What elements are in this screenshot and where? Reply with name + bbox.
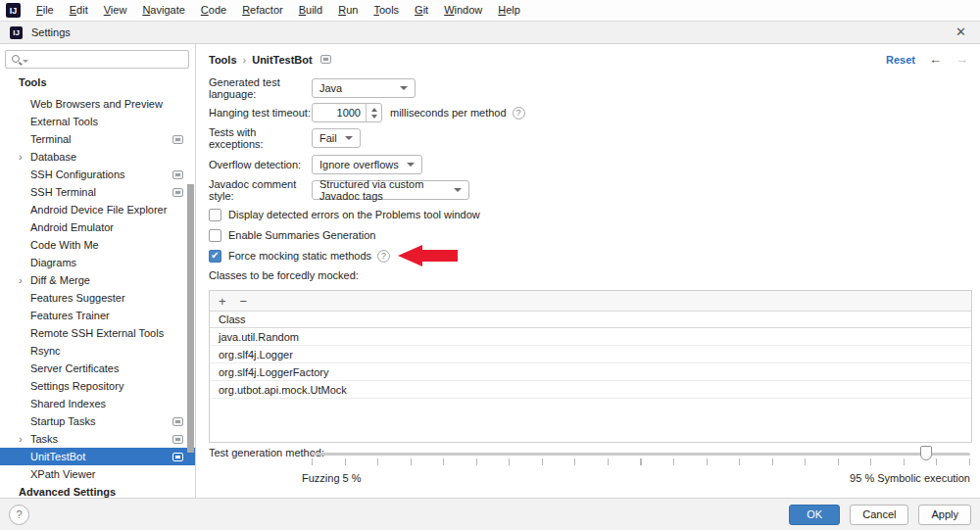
slider-track[interactable] <box>312 453 970 456</box>
project-level-icon <box>172 188 183 197</box>
sidebar-item-features-suggester[interactable]: Features Suggester <box>0 289 195 307</box>
slider-ticks <box>312 458 970 465</box>
checkbox-checked-icon[interactable]: ✔ <box>209 250 221 263</box>
search-icon <box>12 55 20 63</box>
menu-refactor[interactable]: Refactor <box>234 0 291 21</box>
chevron-down-icon <box>345 136 353 140</box>
sidebar-item-tasks[interactable]: Tasks <box>0 430 195 448</box>
test-generation-method-label: Test generation method: <box>209 444 324 461</box>
sidebar-item-server-certificates[interactable]: Server Certificates <box>0 360 195 377</box>
breadcrumb-tools[interactable]: Tools <box>209 54 237 66</box>
close-icon[interactable]: ✕ <box>956 24 966 39</box>
table-row[interactable]: org.utbot.api.mock.UtMock <box>210 381 971 399</box>
sidebar-item-remote-ssh-external-tools[interactable]: Remote SSH External Tools <box>0 324 195 342</box>
menu-git[interactable]: Git <box>407 0 436 21</box>
tests-with-exceptions-select[interactable]: Fail <box>312 128 361 148</box>
sidebar-item-web-browsers[interactable]: Web Browsers and Preview <box>0 95 195 113</box>
sidebar-item-rsync[interactable]: Rsync <box>0 342 195 360</box>
slider-left-label: Fuzzing 5 % <box>302 472 362 484</box>
overflow-detection-label: Overflow detection: <box>209 159 312 170</box>
chevron-right-icon <box>19 152 30 162</box>
tests-with-exceptions-label: Tests with exceptions: <box>209 126 312 150</box>
reset-link[interactable]: Reset <box>886 54 915 66</box>
javadoc-comment-style-select[interactable]: Structured via custom Javadoc tags <box>312 180 469 200</box>
slider-right-label: 95 % Symbolic execution <box>850 472 970 484</box>
mocked-classes-label: Classes to be forcedly mocked: <box>209 269 359 281</box>
project-level-icon <box>172 417 183 426</box>
apply-button[interactable]: Apply <box>918 505 971 525</box>
slider-thumb[interactable] <box>920 446 932 460</box>
sidebar-item-ssh-configurations[interactable]: SSH Configurations <box>0 166 195 183</box>
sidebar-item-settings-repository[interactable]: Settings Repository <box>0 377 195 395</box>
help-icon[interactable]: ? <box>513 107 525 120</box>
app-logo-icon: IJ <box>6 3 21 18</box>
sidebar-item-diagrams[interactable]: Diagrams <box>0 254 195 271</box>
menu-view[interactable]: View <box>96 0 135 21</box>
chevron-down-icon <box>454 188 462 192</box>
help-icon[interactable]: ? <box>377 250 390 263</box>
sidebar-scrollbar[interactable] <box>187 184 194 453</box>
project-level-icon <box>172 453 183 461</box>
table-row[interactable]: java.util.Random <box>210 328 971 346</box>
annotation-arrow-icon <box>398 245 458 266</box>
sidebar-section-advanced-settings[interactable]: Advanced Settings <box>0 483 195 501</box>
cancel-button[interactable]: Cancel <box>850 505 908 525</box>
help-button[interactable]: ? <box>9 505 29 525</box>
spinner-up-icon[interactable] <box>371 108 377 112</box>
menu-file[interactable]: File <box>28 0 62 21</box>
sidebar-item-code-with-me[interactable]: Code With Me <box>0 236 195 254</box>
test-generation-method-slider[interactable] <box>312 446 970 471</box>
checkbox-icon[interactable] <box>209 229 221 242</box>
sidebar-item-startup-tasks[interactable]: Startup Tasks <box>0 412 195 430</box>
sidebar-item-features-trainer[interactable]: Features Trainer <box>0 307 195 324</box>
sidebar-section-tools[interactable]: Tools <box>0 73 195 91</box>
back-arrow-icon[interactable]: ← <box>929 52 942 67</box>
javadoc-comment-style-label: Javadoc comment style: <box>209 178 312 202</box>
table-toolbar: + − <box>210 291 971 312</box>
menu-bar: IJ File Edit View Navigate Code Refactor… <box>0 0 980 22</box>
table-column-header: Class <box>210 312 971 328</box>
checkbox-icon[interactable] <box>209 209 221 221</box>
menu-build[interactable]: Build <box>291 0 330 21</box>
mocked-classes-table: + − Class java.util.Random org.slf4j.Log… <box>209 290 972 443</box>
menu-run[interactable]: Run <box>330 0 366 21</box>
add-class-button[interactable]: + <box>219 295 226 308</box>
sidebar-item-ssh-terminal[interactable]: SSH Terminal <box>0 183 195 201</box>
overflow-detection-select[interactable]: Ignore overflows <box>312 155 422 174</box>
menu-navigate[interactable]: Navigate <box>134 0 192 21</box>
sidebar-item-xpath-viewer[interactable]: XPath Viewer <box>0 465 195 483</box>
display-detected-errors-checkbox[interactable]: Display detected errors on the Problems … <box>209 207 480 222</box>
search-caret-icon <box>23 60 28 63</box>
sidebar-item-android-device-file-explorer[interactable]: Android Device File Explorer <box>0 201 195 218</box>
ok-button[interactable]: OK <box>789 505 840 525</box>
menu-code[interactable]: Code <box>193 0 234 21</box>
remove-class-button[interactable]: − <box>240 295 248 308</box>
table-row[interactable]: org.slf4j.LoggerFactory <box>210 363 971 381</box>
sidebar-item-diff-merge[interactable]: Diff & Merge <box>0 271 195 289</box>
settings-tree: Tools Web Browsers and Preview External … <box>0 73 195 505</box>
menu-help[interactable]: Help <box>490 0 528 21</box>
settings-dialog-logo-icon: IJ <box>10 26 23 39</box>
sidebar-item-external-tools[interactable]: External Tools <box>0 113 195 130</box>
generated-test-language-select[interactable]: Java <box>312 78 416 98</box>
breadcrumb-separator-icon: › <box>243 54 247 66</box>
table-row[interactable]: org.slf4j.Logger <box>210 346 971 363</box>
settings-search-input[interactable] <box>5 50 189 69</box>
sidebar-item-terminal[interactable]: Terminal <box>0 130 195 148</box>
sidebar-item-android-emulator[interactable]: Android Emulator <box>0 218 195 236</box>
chevron-down-icon <box>407 163 415 167</box>
menu-window[interactable]: Window <box>436 0 490 21</box>
spinner-stepper[interactable] <box>366 104 381 121</box>
chevron-down-icon <box>400 86 408 90</box>
settings-window-titlebar: IJ Settings ✕ <box>0 22 980 44</box>
menu-edit[interactable]: Edit <box>62 0 96 21</box>
sidebar-item-shared-indexes[interactable]: Shared Indexes <box>0 395 195 412</box>
menu-tools[interactable]: Tools <box>366 0 407 21</box>
hanging-test-timeout-input[interactable]: 1000 <box>312 103 382 122</box>
enable-summaries-checkbox[interactable]: Enable Summaries Generation <box>209 227 375 243</box>
force-mocking-static-methods-checkbox[interactable]: ✔ Force mocking static methods ? <box>209 248 458 264</box>
sidebar-item-unittestbot[interactable]: UnitTestBot <box>0 448 195 465</box>
sidebar-item-database[interactable]: Database <box>0 148 195 166</box>
forward-arrow-icon[interactable]: → <box>956 52 968 67</box>
spinner-down-icon[interactable] <box>371 115 377 119</box>
